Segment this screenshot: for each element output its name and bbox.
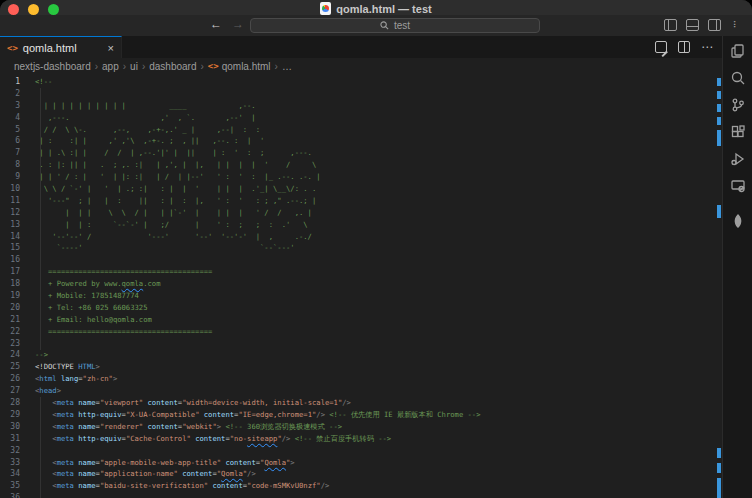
code-line[interactable]: 35 <meta name="baidu-site-verification" … <box>0 480 722 492</box>
code-line[interactable]: 32 <box>0 445 722 457</box>
code-line[interactable]: 36 <box>0 492 722 498</box>
split-editor-icon[interactable] <box>678 41 690 53</box>
code-line[interactable]: 18 + Powered by www.qomla.com <box>0 278 722 290</box>
breadcrumb-chevron-icon: › <box>201 61 204 72</box>
line-number: 2 <box>0 88 20 100</box>
line-content: <!-- <box>35 76 52 88</box>
line-number: 25 <box>0 361 20 373</box>
line-content: <meta http-equiv="X-UA-Compatible" conte… <box>35 409 481 421</box>
code-line[interactable]: 14 '--'--' / '---' '--' '--'-' | , .-./ <box>0 231 722 243</box>
code-line[interactable]: 4 ,---. ,' , `. ,--' | <box>0 112 722 124</box>
modified-line-marker <box>717 130 721 146</box>
more-actions-icon[interactable]: ⋯ <box>701 40 714 54</box>
forward-arrow-icon[interactable]: → <box>232 17 244 31</box>
line-number: 12 <box>0 207 20 219</box>
breadcrumb-label: nextjs-dashboard <box>14 61 91 72</box>
code-line[interactable]: 34 <meta name="application-name" content… <box>0 468 722 480</box>
code-line[interactable]: 24--> <box>0 349 722 361</box>
code-line[interactable]: 2 <box>0 88 722 100</box>
line-number: 11 <box>0 195 20 207</box>
line-number: 10 <box>0 183 20 195</box>
code-line[interactable]: 25<!DOCTYPE HTML> <box>0 361 722 373</box>
line-content: / / \ \-. ,--, ,-+-,.' _ | ,--| : : <box>35 124 260 136</box>
line-content: <meta name="viewport" content="width=dev… <box>35 397 351 409</box>
tab-close-icon[interactable]: × <box>108 42 114 54</box>
search-icon <box>380 21 389 30</box>
code-line[interactable]: 7 | | .\ :| | / / | ,--.'|' | || | : ' :… <box>0 147 722 159</box>
customize-layout-icon[interactable]: ⠸ <box>730 19 743 31</box>
breadcrumb-item[interactable]: app <box>102 61 119 72</box>
tab-qomla-html[interactable]: <> qomla.html × <box>0 36 122 58</box>
line-number: 23 <box>0 338 20 350</box>
code-line[interactable]: 28 <meta name="viewport" content="width=… <box>0 397 722 409</box>
line-number: 34 <box>0 468 20 480</box>
code-line[interactable]: 8 . : |: || | . ; ,. :| | ,', | |, | | |… <box>0 159 722 171</box>
line-content: <html lang="zh-cn"> <box>35 373 117 385</box>
line-content: | : :| | ,' ,'\ ,-+-. ; , || ,--. : | ' <box>35 135 264 147</box>
line-number: 28 <box>0 397 20 409</box>
code-line[interactable]: 5 / / \ \-. ,--, ,-+-,.' _ | ,--| : : <box>0 124 722 136</box>
code-line[interactable]: 29 <meta http-equiv="X-UA-Compatible" co… <box>0 409 722 421</box>
breadcrumb-item[interactable]: <>qomla.html <box>208 61 271 72</box>
line-number: 3 <box>0 100 20 112</box>
mongodb-icon[interactable] <box>729 212 747 230</box>
code-line[interactable]: 31 <meta http-equiv="Cache-Control" cont… <box>0 433 722 445</box>
line-number: 8 <box>0 159 20 171</box>
code-line[interactable]: 11 '---" ; | | : || : | : |, ' : ' : ; ,… <box>0 195 722 207</box>
code-line[interactable]: 17 =====================================… <box>0 266 722 278</box>
code-line[interactable]: 27<head> <box>0 385 722 397</box>
code-line[interactable]: 16 <box>0 254 722 266</box>
open-changes-icon[interactable] <box>655 41 667 53</box>
toggle-secondary-sidebar-icon[interactable] <box>708 19 721 31</box>
code-line[interactable]: 20 + Tel: +86 025 66063325 <box>0 302 722 314</box>
search-sidebar-icon[interactable] <box>729 69 747 87</box>
breadcrumb-item[interactable]: … <box>282 61 292 72</box>
line-content: --> <box>35 349 48 361</box>
breadcrumb-chevron-icon: › <box>95 61 98 72</box>
line-content: \ \ / `-' | ' | .; :| : | | ' | | | .'_|… <box>35 183 316 195</box>
line-content: '---" ; | | : || : | : |, ' : ' : ; ," .… <box>35 195 316 207</box>
code-line[interactable]: 9 | | ' / : | ' | |: :| | / | |--' ' : '… <box>0 171 722 183</box>
back-arrow-icon[interactable]: ← <box>210 17 222 31</box>
line-content: `----' `--`---' <box>35 242 295 254</box>
line-content: <meta name="application-name" content="Q… <box>35 468 256 480</box>
toggle-primary-sidebar-icon[interactable] <box>664 19 677 31</box>
breadcrumb-item[interactable]: ui <box>130 61 138 72</box>
explorer-icon[interactable] <box>729 42 747 60</box>
code-line[interactable]: 22 =====================================… <box>0 326 722 338</box>
breadcrumb: nextjs-dashboard›app›ui›dashboard›<>qoml… <box>0 58 722 74</box>
line-number: 32 <box>0 445 20 457</box>
editor-code[interactable]: 1<!--23 | | | | | | | | | | ____ ,--.4 ,… <box>0 74 722 498</box>
code-line[interactable]: 3 | | | | | | | | | | ____ ,--. <box>0 100 722 112</box>
code-line[interactable]: 15 `----' `--`---' <box>0 242 722 254</box>
line-content: <meta name="baidu-site-verification" con… <box>35 480 329 492</box>
code-line[interactable]: 33 <meta name="apple-mobile-web-app-titl… <box>0 457 722 469</box>
code-line[interactable]: 26<html lang="zh-cn"> <box>0 373 722 385</box>
code-line[interactable]: 6 | : :| | ,' ,'\ ,-+-. ; , || ,--. : | … <box>0 135 722 147</box>
code-line[interactable]: 23 <box>0 338 722 350</box>
code-line[interactable]: 1<!-- <box>0 76 722 88</box>
breadcrumb-item[interactable]: nextjs-dashboard <box>14 61 91 72</box>
line-number: 35 <box>0 480 20 492</box>
run-and-debug-icon[interactable] <box>729 150 747 168</box>
code-line[interactable]: 13 | | : `--`-' | ;/ | ' : ; ; : .' \ <box>0 219 722 231</box>
code-line[interactable]: 30 <meta name="renderer" content="webkit… <box>0 421 722 433</box>
breadcrumb-item[interactable]: dashboard <box>149 61 196 72</box>
toggle-panel-icon[interactable] <box>686 19 699 31</box>
code-line[interactable]: 12 | | | \ \ / | | |`-' | | | | ' / / ,.… <box>0 207 722 219</box>
line-number: 16 <box>0 254 20 266</box>
code-line[interactable]: 19 + Mobile: 17851487774 <box>0 290 722 302</box>
code-line[interactable]: 21 + Email: hello@qomla.com <box>0 314 722 326</box>
line-content: | | ' / : | ' | |: :| | / | |--' ' : ' :… <box>35 171 321 183</box>
extensions-icon[interactable] <box>729 123 747 141</box>
line-content: | | | \ \ / | | |`-' | | | | ' / / ,. | <box>35 207 312 219</box>
breadcrumb-label: ui <box>130 61 138 72</box>
code-line[interactable]: 10 \ \ / `-' | ' | .; :| : | | ' | | | .… <box>0 183 722 195</box>
line-number: 18 <box>0 278 20 290</box>
line-number: 9 <box>0 171 20 183</box>
tab-label: qomla.html <box>23 42 77 54</box>
remote-monitor-icon[interactable] <box>729 177 747 195</box>
source-control-icon[interactable] <box>729 96 747 114</box>
command-center-search[interactable]: test <box>250 18 540 33</box>
line-number: 6 <box>0 135 20 147</box>
